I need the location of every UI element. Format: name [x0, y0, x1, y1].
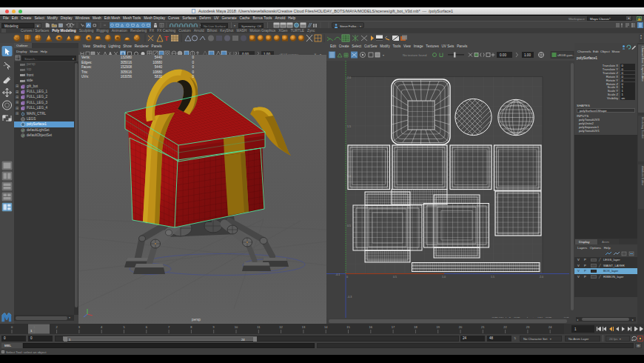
svg-text:5440: 5440 — [155, 56, 163, 59]
svg-text:10880: 10880 — [152, 61, 162, 64]
svg-text:0.00: 0.00 — [500, 53, 506, 57]
svg-text:163056: 163056 — [121, 75, 133, 79]
svg-text:No texture found: No texture found — [403, 53, 427, 57]
svg-text:0: 0 — [192, 70, 194, 74]
svg-text:15: 15 — [346, 325, 350, 329]
svg-text:Faces:: Faces: — [81, 65, 92, 69]
svg-text:19: 19 — [436, 325, 440, 329]
svg-text:T: T — [164, 35, 169, 42]
svg-text:2.0: 2.0 — [540, 276, 543, 279]
svg-text:Tris:: Tris: — [81, 70, 88, 74]
svg-text:132980: 132980 — [121, 56, 133, 59]
svg-text:0.5: 0.5 — [347, 224, 351, 227]
svg-text:persp: persp — [192, 318, 201, 322]
svg-text:-0.1: -0.1 — [335, 273, 340, 276]
svg-text:13: 13 — [302, 325, 306, 329]
svg-text:UVs:: UVs: — [81, 75, 89, 79]
svg-text:0.5: 0.5 — [393, 276, 397, 279]
svg-text:1.5: 1.5 — [491, 276, 494, 279]
svg-text:-0.3: -0.3 — [347, 296, 352, 299]
svg-text:152908: 152908 — [121, 65, 133, 69]
svg-text:5440: 5440 — [155, 65, 163, 69]
svg-text:0: 0 — [192, 61, 194, 64]
svg-text:0: 0 — [192, 75, 194, 79]
svg-text:0: 0 — [192, 56, 194, 59]
svg-text:1.5: 1.5 — [347, 125, 351, 128]
svg-text:0: 0 — [346, 276, 348, 279]
svg-text:1.00: 1.00 — [524, 53, 531, 57]
svg-text:24: 24 — [549, 325, 552, 329]
svg-text:18: 18 — [414, 325, 417, 329]
svg-text:5830: 5830 — [155, 75, 163, 79]
svg-text:Verts:: Verts: — [81, 56, 90, 59]
svg-text:23: 23 — [526, 325, 530, 329]
svg-text:305616: 305616 — [121, 70, 133, 74]
svg-text:17: 17 — [392, 325, 395, 329]
svg-text:sRGB gam..: sRGB gam.. — [557, 53, 574, 57]
svg-text:20: 20 — [459, 325, 463, 329]
svg-text:2.0: 2.0 — [347, 76, 351, 79]
svg-text:1: 1 — [574, 327, 577, 331]
svg-text:21: 21 — [481, 325, 485, 329]
svg-text:12: 12 — [279, 325, 283, 329]
svg-text:Edges:: Edges: — [81, 61, 92, 64]
svg-text:0: 0 — [192, 65, 194, 69]
svg-text:305016: 305016 — [121, 61, 133, 64]
svg-text:▾: ▾ — [383, 53, 384, 57]
svg-text:22: 22 — [503, 325, 507, 329]
svg-text:16: 16 — [369, 325, 373, 329]
svg-text:10: 10 — [235, 325, 238, 329]
svg-text:10880: 10880 — [152, 70, 162, 74]
svg-text:14: 14 — [324, 325, 328, 329]
svg-text:1.0: 1.0 — [442, 276, 446, 279]
